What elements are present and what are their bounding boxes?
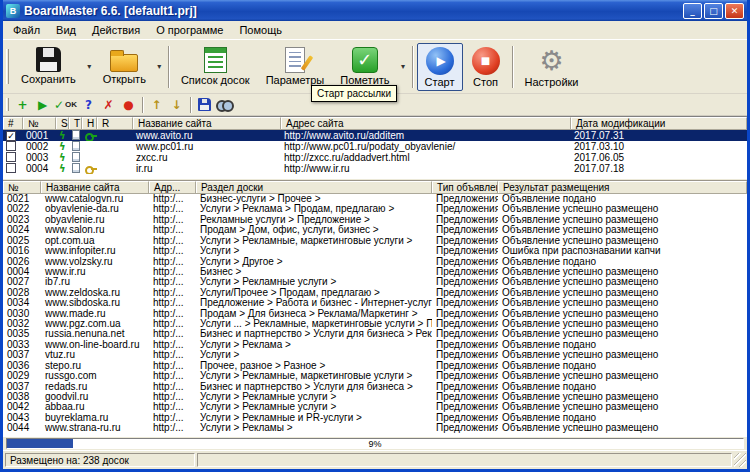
add-button[interactable]: + (13, 96, 32, 114)
site-row[interactable]: ✓0001ϟwww.avito.ruhttp://www.avito.ru/ad… (3, 130, 747, 141)
row-checkbox[interactable]: ✓ (6, 131, 16, 141)
result-row[interactable]: 0004www.ir.ruhttp:/...Бизнес >Предложени… (3, 267, 747, 277)
toolbar-button-group: Список досок (173, 43, 258, 91)
column-header[interactable]: Название сайта (133, 117, 281, 129)
result-row[interactable]: 0038goodvil.ruhttp:/...Услуги > Рекламны… (3, 392, 747, 402)
result-row[interactable]: 0022obyavlenie-da.ruhttp:/...Услуги > Ре… (3, 204, 747, 214)
result-row[interactable]: 0033www.on-line-board.ruhttp:/...Услуги … (3, 340, 747, 350)
open-button[interactable]: Открыть (95, 43, 154, 91)
column-header[interactable]: R (97, 117, 133, 129)
minimize-button[interactable]: _ (683, 3, 702, 19)
result-status: Объявление успешно размещено (498, 371, 747, 381)
row-checkbox[interactable] (6, 163, 16, 173)
dropdown-arrow-icon[interactable]: ▾ (154, 43, 165, 91)
stop-small-button[interactable]: ● (119, 96, 138, 114)
run-button-glyph: ▶ (38, 99, 47, 111)
site-row[interactable]: 0004ϟir.ruhttp://www.ir.ru2017.07.18 (3, 163, 747, 174)
result-address: http:/... (149, 215, 196, 225)
result-row[interactable]: 0042abbaa.ruhttp:/...Услуги > Рекламные … (3, 402, 747, 412)
stop-button[interactable]: Стоп (463, 43, 509, 91)
result-type: Предложения (432, 257, 498, 267)
menu-item[interactable]: Помощь (231, 22, 290, 38)
result-row[interactable]: 0030www.made.ruhttp:/...Продам > Для биз… (3, 309, 747, 319)
move-up-button-glyph: ↑ (152, 99, 162, 111)
menu-item[interactable]: Действия (84, 22, 148, 38)
lightning-icon: ϟ (59, 163, 66, 174)
close-button[interactable]: ✕ (725, 3, 744, 19)
find-button[interactable] (215, 96, 234, 114)
column-header[interactable]: T (69, 117, 82, 129)
result-row[interactable]: 0028www.zeldoska.ruhttp:/...Услуги/Проче… (3, 288, 747, 298)
check-glyph: ✓ (54, 99, 64, 111)
column-header[interactable]: № (3, 181, 41, 193)
result-address: http:/... (149, 204, 196, 214)
result-row[interactable]: 0027ib7.ruhttp:/...Услуги > Рекламные ус… (3, 277, 747, 287)
site-row[interactable]: 0003ϟzxcc.ruhttp://zxcc.ru/addadvert.htm… (3, 152, 747, 163)
window-title: BoardMaster 6.6. [default1.prj] (24, 4, 679, 18)
result-row[interactable]: 0032www.pgz.com.uahttp:/...Услуги ... > … (3, 319, 747, 329)
row-checkbox[interactable] (6, 141, 16, 151)
stop-label: Стоп (473, 77, 498, 88)
result-row[interactable]: 0029russgo.comhttp:/...Услуги > Рекламны… (3, 371, 747, 381)
delete-button[interactable]: ✗ (99, 96, 118, 114)
result-row[interactable]: 0043buyreklama.ruhttp:/...Услуги > Рекла… (3, 413, 747, 423)
row-checkbox[interactable] (6, 152, 16, 162)
column-header[interactable]: Название сайта (41, 181, 149, 193)
result-row[interactable]: 0024www.salon.ruhttp:/...Продам > Дом, о… (3, 225, 747, 235)
result-row[interactable]: 0023obyavlenie.ruhttp:/...Рекламные услу… (3, 215, 747, 225)
params-button[interactable]: Параметры (258, 43, 333, 91)
result-site: www.pgz.com.ua (41, 319, 149, 329)
result-number: 0037 (3, 350, 41, 360)
result-row[interactable]: 0036stepo.ruhttp:/...Прочее, разное > Ра… (3, 361, 747, 371)
result-type: Предложения (432, 329, 498, 339)
board-list-button[interactable]: Список досок (173, 43, 258, 91)
result-row[interactable]: 0021www.catalogvn.ruhttp:/...Бизнес-услу… (3, 194, 747, 204)
menu-item[interactable]: О программе (148, 22, 231, 38)
column-header[interactable]: Результат размещения (498, 181, 747, 193)
result-address: http:/... (149, 298, 196, 308)
result-row[interactable]: 0025opt.com.uahttp:/...Услуги > Рекламны… (3, 236, 747, 246)
result-row[interactable]: 0016www.infopiter.ruhttp:/...Услуги >Пре… (3, 246, 747, 256)
ok-button[interactable]: ✓OK (53, 96, 78, 114)
column-header[interactable]: S (56, 117, 69, 129)
column-header[interactable]: # (3, 117, 23, 129)
run-button[interactable]: ▶ (33, 96, 52, 114)
column-header[interactable]: Раздел доски (196, 181, 432, 193)
move-down-button[interactable]: ↓ (167, 96, 186, 114)
maximize-button[interactable]: □ (704, 3, 723, 19)
menu-item[interactable]: Вид (48, 22, 84, 38)
dropdown-arrow-icon[interactable]: ▾ (398, 43, 409, 91)
settings-button[interactable]: Настройки (517, 43, 587, 91)
result-row[interactable]: 0037vtuz.ruhttp:/...Услуги >ПредложенияО… (3, 350, 747, 360)
mark-button[interactable]: Пометить (332, 43, 397, 91)
result-row[interactable]: 0034www.sibdoska.ruhttp:/...Предложение … (3, 298, 747, 308)
move-up-button[interactable]: ↑ (147, 96, 166, 114)
resize-grip[interactable] (734, 453, 746, 467)
result-row[interactable]: 0035russia.nenuna.nethttp:/...Бизнес и п… (3, 329, 747, 339)
start-button[interactable]: Старт (417, 43, 463, 91)
save-button[interactable]: Сохранить (13, 43, 84, 91)
save-small-button[interactable] (195, 96, 214, 114)
result-row[interactable]: 0037redads.ruhttp:/...Бизнес и партнерст… (3, 382, 747, 392)
window-controls: _ □ ✕ (683, 3, 744, 19)
help-button[interactable]: ? (79, 96, 98, 114)
dropdown-arrow-icon[interactable]: ▾ (84, 43, 95, 91)
column-header[interactable]: H (82, 117, 97, 129)
sites-table: #№STHRНазвание сайтаАдрес сайтаДата моди… (3, 116, 747, 178)
result-number: 0016 (3, 246, 41, 256)
result-row[interactable]: 0026www.volzsky.ruhttp:/...Услуги > Друг… (3, 257, 747, 267)
ok-label: OK (65, 100, 77, 109)
column-header[interactable]: Адр... (149, 181, 196, 193)
column-header[interactable]: Адрес сайта (281, 117, 571, 129)
title-bar[interactable]: B BoardMaster 6.6. [default1.prj] _ □ ✕ (3, 0, 747, 21)
result-address: http:/... (149, 423, 196, 433)
result-row[interactable]: 0044www.strana-ru.ruhttp:/...Услуги > Ре… (3, 423, 747, 433)
column-header[interactable]: Дата модификации (571, 117, 747, 129)
result-number: 0037 (3, 382, 41, 392)
column-header[interactable]: Тип объявления (432, 181, 498, 193)
result-site: www.volzsky.ru (41, 257, 149, 267)
site-row[interactable]: 0002ϟwww.pc01.ruhttp://www.pc01.ru/podat… (3, 141, 747, 152)
menu-item[interactable]: Файл (5, 22, 48, 38)
column-header[interactable]: № (23, 117, 56, 129)
progress-label: 9% (7, 439, 743, 449)
